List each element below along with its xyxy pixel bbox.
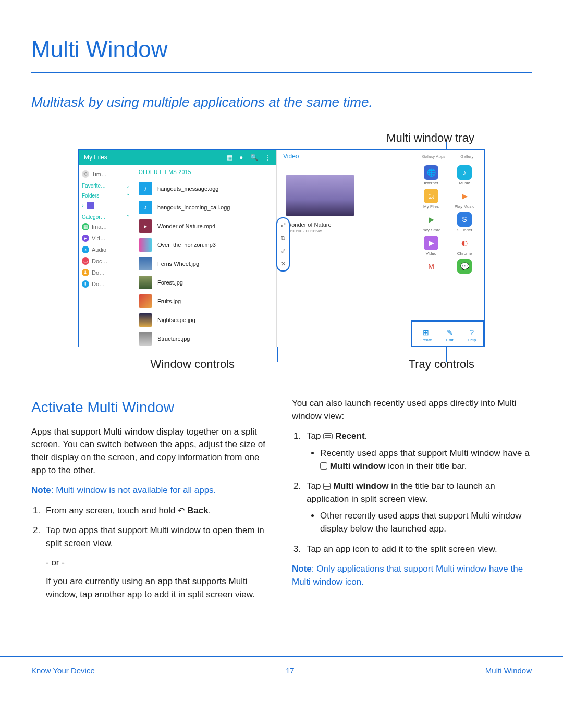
tray-control-help[interactable]: ?Help <box>468 328 476 342</box>
app-icon: 🌐 <box>424 165 438 180</box>
footer-left: Know Your Device <box>31 666 95 675</box>
section-heading: Activate Multi Window <box>31 397 271 418</box>
app-icon: ◐ <box>457 236 472 250</box>
tray-header-label: Galaxy Apps <box>422 154 445 159</box>
pane-tray: Galaxy Apps Gallery 🌐Internet♪Music🗂My F… <box>411 150 484 347</box>
file-row[interactable]: Forest.jpg <box>139 273 271 292</box>
app-label: Video <box>426 251 436 256</box>
sidebar-cat-downloads[interactable]: ⬇Do… <box>81 267 131 278</box>
note-text: Note: Only applications that support Mul… <box>292 563 532 588</box>
create-icon: ⊞ <box>423 328 429 337</box>
multiwindow-icon <box>323 483 331 490</box>
older-items-label: OLDER ITEMS 2015 <box>139 169 271 175</box>
file-row[interactable]: Over_the_horizon.mp3 <box>139 236 271 254</box>
tray-app[interactable]: ▶Play Music <box>449 189 480 209</box>
help-icon: ? <box>470 328 474 337</box>
files-header-icons: ▦ ● 🔍 ⋮ <box>222 154 271 161</box>
device-screenshot: My Files ▦ ● 🔍 ⋮ ⟲Tim… Favorite…⌄ Folder… <box>78 149 485 347</box>
app-icon: ▶ <box>424 236 438 250</box>
page-subtitle: Multitask by using multiple applications… <box>31 94 532 110</box>
r-step-3: Tap an app icon to add it to the split s… <box>303 543 532 556</box>
sidebar-favorites[interactable]: Favorite…⌄ <box>81 180 131 190</box>
sidebar-folder-item[interactable]: › <box>81 200 131 211</box>
file-list: OLDER ITEMS 2015 ♪hangouts_message.ogg ♪… <box>133 165 276 347</box>
grid-icon[interactable]: ▦ <box>227 154 232 161</box>
app-label: My Files <box>423 204 439 209</box>
callout-line <box>277 347 278 362</box>
tray-app[interactable]: 💬 <box>449 259 480 275</box>
app-icon: ▶ <box>424 212 438 227</box>
window-icon[interactable]: ⧉ <box>281 235 285 241</box>
app-label: Play Store <box>422 228 441 232</box>
step-1: From any screen, touch and hold ↶ Back. <box>43 504 271 517</box>
body-text: You can also launch recently used apps d… <box>292 397 532 423</box>
tray-app[interactable]: ▶Play Store <box>415 212 447 232</box>
close-icon[interactable]: ✕ <box>281 261 286 267</box>
file-row[interactable]: ♪hangouts_incoming_call.ogg <box>139 198 271 217</box>
sidebar-cat-docs[interactable]: ▭Doc… <box>81 255 131 267</box>
more-icon[interactable]: ⋮ <box>265 154 271 161</box>
callout-tray-label: Multi window tray <box>31 131 532 145</box>
home-icon[interactable]: ● <box>239 154 243 161</box>
expand-icon[interactable]: ⤢ <box>281 248 286 254</box>
app-icon: 🗂 <box>424 189 438 203</box>
sidebar-folders[interactable]: Folders⌃ <box>81 190 131 200</box>
file-row[interactable]: ▸Wonder of Nature.mp4 <box>139 217 271 236</box>
tray-app[interactable]: 🗂My Files <box>415 189 447 209</box>
note-text: Note: Note: Multi window is not availabl… <box>31 484 271 497</box>
app-icon: 💬 <box>457 259 472 274</box>
files-header-title: My Files <box>84 154 107 161</box>
tray-app[interactable]: M <box>415 259 447 275</box>
tray-control-label: Help <box>468 338 476 342</box>
swap-icon[interactable]: ⇄ <box>281 221 286 228</box>
app-icon: ♪ <box>457 165 472 180</box>
sidebar-cat-downloads2[interactable]: ⬇Do… <box>81 278 131 290</box>
footer-page-number: 17 <box>286 666 295 675</box>
file-row[interactable]: ♪hangouts_message.ogg <box>139 179 271 198</box>
tray-controls: ⊞Create✎Edit?Help <box>411 320 484 347</box>
step-2-alt: If you are currently using an app that s… <box>46 575 271 601</box>
pane-my-files: My Files ▦ ● 🔍 ⋮ ⟲Tim… Favorite…⌄ Folder… <box>79 150 277 347</box>
page-footer: Know Your Device 17 Multi Window <box>0 656 563 696</box>
app-label: Play Music <box>455 204 475 209</box>
callout-tray-controls: Tray controls <box>282 357 485 371</box>
tray-header-label: Gallery <box>460 154 473 159</box>
or-separator: - or - <box>46 557 271 570</box>
tray-app[interactable]: SS Finder <box>449 212 480 232</box>
tray-app[interactable]: ♪Music <box>449 165 480 186</box>
file-row[interactable]: Nightscape.jpg <box>139 311 271 329</box>
tray-app[interactable]: ▶Video <box>415 236 447 256</box>
app-icon: S <box>457 212 472 227</box>
sidebar-cat-images[interactable]: ▦Ima… <box>81 221 131 232</box>
video-thumbnail[interactable] <box>286 175 354 216</box>
files-sidebar: ⟲Tim… Favorite…⌄ Folders⌃ › Categor…⌃ ▦I… <box>79 165 133 347</box>
body-text: Apps that support Multi window display t… <box>31 426 271 477</box>
file-row[interactable]: Ferris Wheel.jpg <box>139 254 271 273</box>
tray-control-create[interactable]: ⊞Create <box>420 328 432 342</box>
search-icon[interactable]: 🔍 <box>250 154 258 161</box>
callout-window-controls: Window controls <box>78 357 282 371</box>
tray-header: Galaxy Apps Gallery <box>411 150 484 162</box>
video-title: Wonder of Nature <box>286 221 411 228</box>
video-header: Video <box>277 150 411 165</box>
sidebar-cat-audio[interactable]: ♪Audio <box>81 244 131 255</box>
back-icon: ↶ <box>178 506 185 515</box>
sidebar-categories[interactable]: Categor…⌃ <box>81 211 131 221</box>
recent-icon <box>323 433 333 439</box>
page-title: Multi Window <box>31 36 532 73</box>
r-step-2-bullet: Other recently used apps that support Mu… <box>320 510 532 535</box>
file-row[interactable]: Structure.jpg <box>139 329 271 347</box>
tray-app[interactable]: ◐Chrome <box>449 236 480 256</box>
r-step-1-bullet: Recently used apps that support Multi wi… <box>320 447 532 473</box>
app-icon: M <box>424 259 438 274</box>
callout-line <box>446 142 447 149</box>
tray-app[interactable]: 🌐Internet <box>415 165 447 186</box>
tray-control-label: Create <box>420 338 432 342</box>
files-header: My Files ▦ ● 🔍 ⋮ <box>79 150 276 165</box>
file-row[interactable]: Fruits.jpg <box>139 292 271 311</box>
app-label: S Finder <box>457 228 472 232</box>
window-controls: ⇄ ⧉ ⤢ ✕ <box>276 217 290 272</box>
tray-control-edit[interactable]: ✎Edit <box>446 328 454 342</box>
sidebar-timeline[interactable]: ⟲Tim… <box>81 168 131 180</box>
sidebar-cat-videos[interactable]: ▸Vid… <box>81 232 131 244</box>
